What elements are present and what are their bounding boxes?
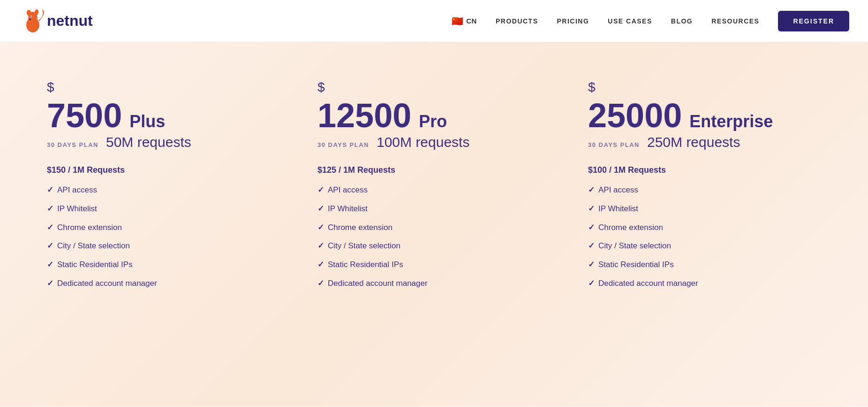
feature-item: ✓ Static Residential IPs [317,259,551,270]
plan-card-1: $ 12500 Pro 30 DAYS PLAN 100M requests $… [308,70,560,308]
feature-list: ✓ API access ✓ IP Whitelist ✓ Chrome ext… [317,184,551,289]
feature-list: ✓ API access ✓ IP Whitelist ✓ Chrome ext… [47,184,280,289]
plan-name: Plus [129,112,165,131]
feature-item: ✓ Dedicated account manager [588,278,821,289]
main-nav: 🇨🇳 CN PRODUCTS PRICING USE CASES BLOG RE… [452,11,849,31]
feature-item: ✓ Dedicated account manager [47,278,280,289]
feature-label: API access [328,184,368,196]
currency-symbol: $ [47,80,280,95]
register-button[interactable]: REGISTER [778,11,849,31]
feature-label: IP Whitelist [598,203,638,215]
plan-duration-row: 30 DAYS PLAN 250M requests [588,134,821,150]
feature-item: ✓ API access [588,184,821,196]
plan-header: 25000 Enterprise [588,99,821,132]
plan-rate: $125 / 1M Requests [317,165,551,175]
check-icon: ✓ [588,240,595,252]
feature-item: ✓ Chrome extension [47,222,280,233]
plan-header: 12500 Pro [317,99,551,132]
feature-item: ✓ IP Whitelist [588,203,821,215]
feature-label: API access [598,184,638,196]
plan-name: Pro [419,112,447,131]
check-icon: ✓ [47,259,53,270]
feature-item: ✓ Static Residential IPs [47,259,280,270]
plan-header: 7500 Plus [47,99,280,132]
plan-rate: $150 / 1M Requests [47,165,280,175]
feature-label: API access [57,184,97,196]
feature-label: Chrome extension [57,222,122,233]
feature-item: ✓ City / State selection [47,240,280,252]
plan-duration: 30 DAYS PLAN [588,141,640,148]
feature-item: ✓ IP Whitelist [47,203,280,215]
plan-requests: 100M requests [377,134,469,150]
feature-label: IP Whitelist [328,203,368,215]
cn-label: CN [466,17,477,25]
feature-label: City / State selection [328,240,400,252]
plan-price: 25000 [588,99,682,132]
check-icon: ✓ [47,240,53,252]
products-nav-link[interactable]: PRODUCTS [496,17,538,25]
feature-item: ✓ Chrome extension [588,222,821,233]
plan-card-0: $ 7500 Plus 30 DAYS PLAN 50M requests $1… [38,70,289,308]
plan-price: 12500 [317,99,411,132]
feature-label: City / State selection [57,240,130,252]
pricing-nav-link[interactable]: PRICING [557,17,589,25]
feature-label: Static Residential IPs [57,259,133,270]
feature-item: ✓ Chrome extension [317,222,551,233]
plan-price: 7500 [47,99,122,132]
feature-label: Static Residential IPs [328,259,403,270]
check-icon: ✓ [588,222,595,233]
plan-duration-row: 30 DAYS PLAN 50M requests [47,134,280,150]
feature-item: ✓ IP Whitelist [317,203,551,215]
plan-name: Enterprise [689,112,773,131]
feature-label: City / State selection [598,240,671,252]
currency-symbol: $ [317,80,551,95]
feature-item: ✓ API access [317,184,551,196]
plan-duration-row: 30 DAYS PLAN 100M requests [317,134,551,150]
check-icon: ✓ [317,259,324,270]
feature-label: Dedicated account manager [57,278,157,289]
cn-flag-icon: 🇨🇳 [452,15,464,27]
site-header: netnut 🇨🇳 CN PRODUCTS PRICING USE CASES … [0,0,868,42]
check-icon: ✓ [47,203,53,215]
check-icon: ✓ [47,278,53,289]
logo-icon [19,7,47,35]
feature-item: ✓ City / State selection [317,240,551,252]
cn-nav-item[interactable]: 🇨🇳 CN [452,15,477,27]
feature-item: ✓ Static Residential IPs [588,259,821,270]
currency-symbol: $ [588,80,821,95]
check-icon: ✓ [317,203,324,215]
feature-label: Dedicated account manager [598,278,698,289]
plan-rate: $100 / 1M Requests [588,165,821,175]
check-icon: ✓ [317,222,324,233]
svg-point-5 [30,16,31,17]
feature-label: IP Whitelist [57,203,97,215]
feature-item: ✓ API access [47,184,280,196]
plans-grid: $ 7500 Plus 30 DAYS PLAN 50M requests $1… [38,70,830,308]
feature-item: ✓ City / State selection [588,240,821,252]
check-icon: ✓ [588,203,595,215]
feature-label: Chrome extension [598,222,663,233]
pricing-section: $ 7500 Plus 30 DAYS PLAN 50M requests $1… [0,42,868,407]
check-icon: ✓ [317,184,324,196]
plan-card-2: $ 25000 Enterprise 30 DAYS PLAN 250M req… [579,70,830,308]
feature-label: Dedicated account manager [328,278,428,289]
logo[interactable]: netnut [19,7,93,35]
plan-duration: 30 DAYS PLAN [317,141,369,148]
check-icon: ✓ [47,222,53,233]
check-icon: ✓ [47,184,53,196]
use-cases-nav-link[interactable]: USE CASES [608,17,652,25]
feature-label: Static Residential IPs [598,259,674,270]
plan-requests: 250M requests [647,134,740,150]
feature-label: Chrome extension [328,222,392,233]
check-icon: ✓ [588,259,595,270]
plan-requests: 50M requests [106,134,191,150]
logo-text: netnut [47,12,93,30]
blog-nav-link[interactable]: BLOG [671,17,693,25]
resources-nav-link[interactable]: RESOURCES [711,17,759,25]
check-icon: ✓ [588,184,595,196]
plan-duration: 30 DAYS PLAN [47,141,98,148]
check-icon: ✓ [588,278,595,289]
check-icon: ✓ [317,278,324,289]
svg-point-6 [29,18,31,20]
feature-list: ✓ API access ✓ IP Whitelist ✓ Chrome ext… [588,184,821,289]
